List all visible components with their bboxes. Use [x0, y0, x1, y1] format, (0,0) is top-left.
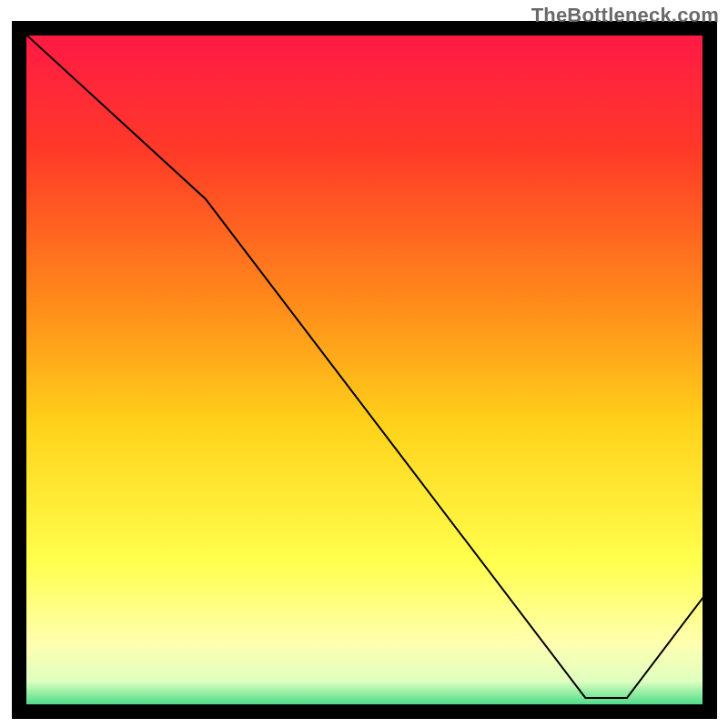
- bottleneck-chart: [0, 0, 728, 728]
- watermark-text: TheBottleneck.com: [531, 4, 719, 27]
- plot-background: [19, 28, 710, 712]
